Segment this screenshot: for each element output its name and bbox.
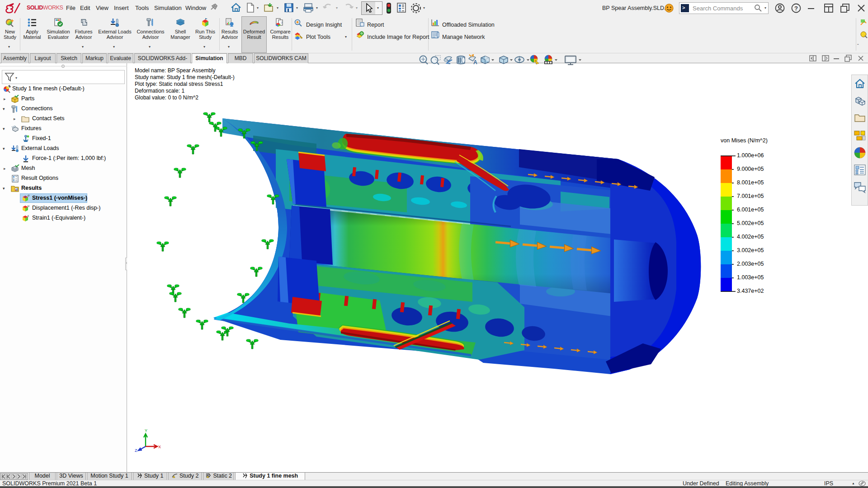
- svg-text:X: X: [158, 445, 161, 449]
- svg-text:?: ?: [794, 5, 798, 12]
- svg-text:ε: ε: [28, 214, 29, 217]
- svg-text:u: u: [28, 204, 29, 207]
- svg-text:Y: Y: [145, 428, 147, 433]
- svg-text:A: A: [473, 59, 477, 66]
- svg-text:σ: σ: [28, 194, 30, 197]
- svg-text:Z: Z: [135, 448, 137, 453]
- svg-text:?: ?: [281, 21, 283, 25]
